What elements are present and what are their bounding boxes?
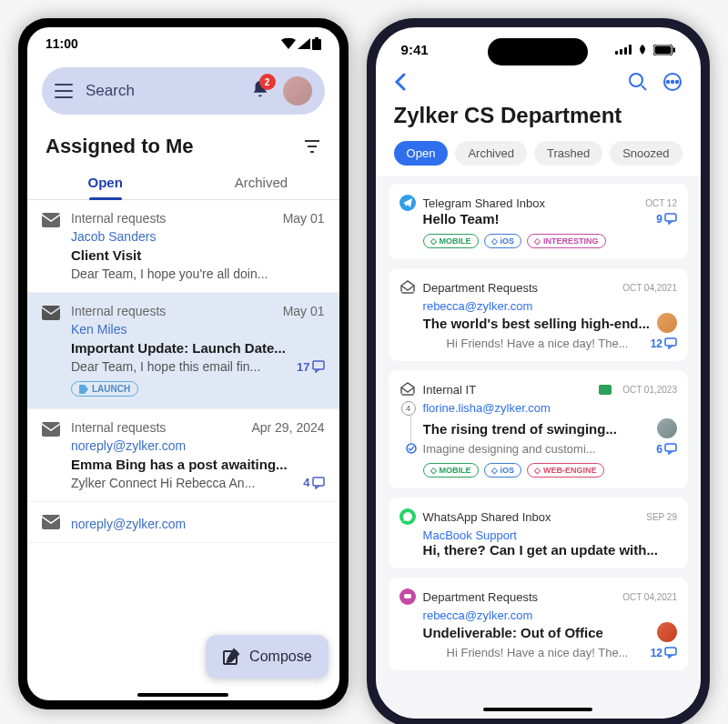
- dynamic-island: [488, 38, 588, 65]
- svg-rect-1: [315, 37, 318, 39]
- comment-icon: [312, 360, 325, 373]
- home-indicator: [137, 693, 228, 697]
- email-subject: The world's best selling high-end...: [423, 316, 650, 331]
- page-header: Assigned to Me: [27, 122, 339, 166]
- svg-rect-5: [42, 213, 60, 227]
- comment-icon: [664, 443, 677, 455]
- thread-indicator: 4: [401, 401, 416, 416]
- svg-rect-15: [629, 45, 632, 55]
- svg-point-19: [630, 74, 642, 86]
- email-subject: Important Update: Launch Date...: [71, 340, 325, 356]
- svg-rect-30: [665, 648, 676, 655]
- tag-icon: [79, 385, 88, 394]
- ios-status-time: 9:41: [401, 42, 456, 57]
- envelope-icon: [42, 422, 60, 437]
- filter-archived[interactable]: Archived: [455, 141, 527, 166]
- email-subject: The rising trend of swinging...: [423, 421, 650, 437]
- svg-rect-25: [665, 214, 676, 221]
- android-status-time: 11:00: [46, 36, 78, 51]
- svg-rect-12: [615, 51, 618, 55]
- filter-open[interactable]: Open: [394, 141, 449, 166]
- comment-icon: [664, 213, 677, 225]
- email-card[interactable]: Telegram Shared Inbox OCT 12 Hello Team!…: [389, 184, 688, 259]
- comment-icon: [312, 477, 325, 489]
- tab-archived[interactable]: Archived: [183, 166, 339, 199]
- tag-ios: ◇ iOS: [484, 463, 522, 478]
- email-preview: Imagine designing and customi...: [423, 442, 596, 456]
- compose-icon: [222, 648, 240, 666]
- email-subject: Hello Team!: [423, 211, 650, 226]
- search-placeholder: Search: [86, 82, 238, 100]
- svg-rect-29: [404, 594, 411, 598]
- signal-icon: [615, 45, 632, 55]
- email-item[interactable]: Internal requestsMay 01 Ken Miles Import…: [27, 293, 339, 409]
- svg-point-23: [672, 81, 673, 83]
- profile-avatar[interactable]: [283, 76, 312, 106]
- email-preview: Zylker Connect Hi Rebecca An...: [71, 476, 255, 490]
- battery-icon: [312, 37, 321, 50]
- sender-avatar: [657, 418, 677, 438]
- email-category: Internal requests: [71, 211, 166, 226]
- tag-launch: LAUNCH: [71, 381, 138, 397]
- email-list[interactable]: Internal requestsMay 01 Jacob Sanders Cl…: [27, 200, 339, 700]
- email-list[interactable]: Telegram Shared Inbox OCT 12 Hello Team!…: [376, 176, 701, 719]
- email-sender: noreply@zylker.com: [71, 438, 325, 453]
- tabs: Open Archived: [27, 166, 339, 200]
- email-date: OCT 04,2021: [622, 592, 677, 602]
- email-preview: Dear Team, I hope this email fin...: [71, 359, 260, 374]
- filter-snoozed[interactable]: Snoozed: [610, 141, 682, 166]
- envelope-open-icon: [399, 381, 416, 397]
- notification-badge: 2: [259, 74, 276, 90]
- svg-rect-13: [620, 49, 622, 55]
- thread-count: 17: [297, 360, 324, 374]
- search-bar[interactable]: Search 2: [42, 67, 325, 115]
- page-title: Zylker CS Department: [394, 103, 682, 128]
- email-content: Internal requestsMay 01 Jacob Sanders Cl…: [71, 211, 325, 281]
- email-item[interactable]: Internal requestsMay 01 Jacob Sanders Cl…: [27, 200, 339, 293]
- back-icon[interactable]: [394, 73, 407, 91]
- inbox-indicator-icon: [599, 385, 612, 395]
- svg-rect-26: [665, 338, 676, 346]
- filter-icon[interactable]: [303, 139, 321, 154]
- email-preview: Hi Friends! Have a nice day! The...: [447, 646, 629, 659]
- email-category: Internal requests: [71, 304, 166, 318]
- ios-status-icons: [615, 45, 675, 55]
- more-icon[interactable]: [662, 72, 682, 92]
- tag-web-engine: ◇ WEB-ENGINE: [527, 463, 604, 478]
- email-sender: MacBook Support: [423, 528, 677, 542]
- email-item[interactable]: noreply@zylker.com: [27, 502, 339, 543]
- thread-count: 4: [303, 476, 324, 489]
- filter-trashed[interactable]: Trashed: [534, 141, 602, 166]
- compose-label: Compose: [249, 649, 311, 665]
- email-item[interactable]: Internal requestsApr 29, 2024 noreply@zy…: [27, 409, 339, 502]
- notifications-button[interactable]: 2: [250, 79, 270, 103]
- thread-count: 12: [651, 647, 677, 659]
- svg-rect-9: [313, 478, 324, 486]
- sender-avatar: [657, 313, 677, 333]
- svg-rect-17: [655, 46, 671, 54]
- svg-point-22: [667, 81, 669, 83]
- email-sender: rebecca@zylker.com: [423, 608, 677, 622]
- android-screen: 11:00 Search 2 Assigned to Me Open Archi…: [27, 27, 339, 700]
- email-date: SEP 29: [646, 512, 677, 522]
- source-name: WhatsApp Shared Inbox: [423, 510, 640, 524]
- email-card[interactable]: Department Requests OCT 04,2021 rebecca@…: [389, 578, 688, 670]
- envelope-icon: [42, 306, 60, 320]
- email-card[interactable]: WhatsApp Shared Inbox SEP 29 MacBook Sup…: [389, 498, 688, 568]
- email-subject: Undeliverable: Out of Office: [423, 625, 650, 640]
- telegram-icon: [399, 195, 416, 211]
- email-content: Internal requestsMay 01 Ken Miles Import…: [71, 304, 325, 397]
- search-icon[interactable]: [628, 72, 648, 92]
- email-content: Internal requestsApr 29, 2024 noreply@zy…: [71, 420, 325, 490]
- svg-rect-6: [42, 306, 60, 320]
- envelope-icon: [42, 213, 60, 227]
- source-name: Telegram Shared Inbox: [423, 196, 639, 210]
- tab-open[interactable]: Open: [27, 166, 183, 199]
- svg-rect-18: [673, 48, 675, 52]
- email-card[interactable]: Department Requests OCT 04,2021 rebecca@…: [389, 268, 688, 361]
- email-card[interactable]: Internal IT OCT 01,2023 4 florine.lisha@…: [389, 370, 688, 488]
- source-name: Department Requests: [423, 590, 616, 604]
- menu-icon[interactable]: [55, 84, 73, 98]
- ios-header: Zylker CS Department Open Archived Trash…: [376, 65, 701, 176]
- compose-button[interactable]: Compose: [206, 635, 328, 679]
